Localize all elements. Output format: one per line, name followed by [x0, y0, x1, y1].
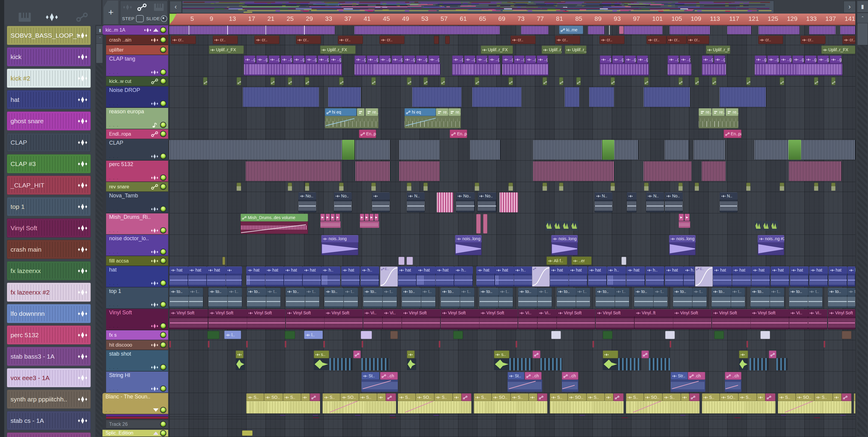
pattern-clip[interactable]	[840, 26, 855, 34]
mini-clip[interactable]	[559, 183, 563, 191]
track-lane[interactable]: nois..longnois..longnois..longnois..long…	[169, 235, 855, 256]
track-lane[interactable]: s..s..	[169, 350, 855, 372]
audio-clip[interactable]: ..g	[767, 56, 779, 63]
audio-clip[interactable]	[301, 393, 310, 401]
track-lane[interactable]: hathathathathathathath..hath..E..hathath…	[169, 266, 855, 287]
audio-clip[interactable]: hat	[416, 267, 435, 287]
track-mute-led[interactable]	[160, 37, 166, 43]
audio-clip[interactable]: ..g	[780, 56, 791, 63]
audio-clip[interactable]: SO..	[340, 393, 359, 401]
pattern-clip-highlight[interactable]	[788, 140, 801, 160]
clip-source-item[interactable]: crash main	[7, 240, 91, 259]
audio-clip[interactable]: S..	[738, 393, 757, 401]
audio-clip[interactable]: ..g	[600, 56, 611, 63]
mini-clip[interactable]	[678, 183, 683, 191]
mini-clip[interactable]	[407, 77, 411, 85]
automation-clip[interactable]	[386, 393, 396, 401]
pattern-clip[interactable]	[755, 140, 788, 160]
pattern-mode-icon[interactable]	[154, 3, 164, 11]
mini-clip[interactable]	[453, 331, 463, 339]
mini-waveform-clip[interactable]	[554, 221, 561, 230]
audio-clip[interactable]: ..g	[680, 56, 690, 63]
audio-clip[interactable]: Vinyl Soft	[169, 309, 208, 330]
mini-clip[interactable]	[390, 417, 396, 418]
track-lane[interactable]: Vinyl SoftVinyl SoftVinyl SoftVinyl Soft…	[169, 309, 855, 330]
mini-clip[interactable]	[644, 183, 648, 191]
pattern-clip[interactable]	[727, 26, 751, 34]
mini-clip[interactable]	[611, 77, 615, 85]
track-header-uplifter[interactable]: uplifter	[106, 45, 168, 55]
track-header-hat[interactable]: hat. . .	[106, 266, 168, 287]
track-lane[interactable]: ..g..g..g..g..g..g..g..g..g..g..g..g..g.…	[169, 55, 855, 76]
mini-clip[interactable]	[433, 415, 439, 415]
automation-clip[interactable]: ki..me	[559, 26, 583, 34]
audio-clip[interactable]: hat	[398, 267, 416, 287]
audio-clip[interactable]: cr..	[842, 36, 855, 44]
pattern-clip[interactable]	[399, 161, 440, 181]
audio-clip[interactable]: S..	[510, 393, 529, 401]
clip-source-item[interactable]: lfo downnnn	[7, 304, 91, 323]
audio-clip[interactable]: hat	[303, 267, 321, 287]
audio-clip[interactable]: t..	[808, 288, 823, 308]
audio-clip[interactable]: nois..long	[455, 235, 482, 255]
mini-clip[interactable]	[323, 341, 325, 347]
mini-clip[interactable]	[371, 77, 375, 85]
audio-clip[interactable]: t..	[770, 288, 784, 308]
audio-clip[interactable]: hat	[588, 267, 607, 287]
audio-clip[interactable]: S..	[778, 393, 796, 401]
audio-clip[interactable]: ..g	[714, 56, 725, 63]
audio-clip[interactable]: SO..	[644, 393, 662, 401]
track-header-rev snare[interactable]: rev snare	[106, 182, 168, 192]
mini-clip[interactable]	[746, 183, 750, 191]
pattern-clip[interactable]	[472, 87, 521, 107]
audio-clip[interactable]	[372, 192, 390, 213]
mini-clip[interactable]	[621, 417, 628, 418]
audio-clip[interactable]: cr..	[758, 36, 783, 44]
audio-clip[interactable]: No..	[299, 192, 316, 213]
audio-clip[interactable]: to..	[479, 288, 498, 308]
track-mute-led[interactable]	[160, 47, 166, 53]
pattern-clip[interactable]	[644, 87, 690, 107]
audio-clip[interactable]: Vi..	[363, 309, 382, 330]
audio-clip[interactable]: to..	[712, 288, 731, 308]
track-header-kick..w cut[interactable]: kick..w cut	[106, 76, 168, 86]
mini-clip[interactable]	[208, 341, 210, 347]
mini-clip[interactable]	[242, 430, 253, 436]
audio-clip[interactable]: s..	[494, 350, 509, 358]
audio-clip[interactable]: S..	[359, 393, 377, 401]
mini-clip[interactable]	[508, 183, 513, 191]
track-mute-led[interactable]	[160, 421, 166, 427]
clip-source-item[interactable]: CLAP #3	[7, 154, 91, 173]
mini-clip[interactable]	[780, 183, 784, 191]
audio-clip[interactable]: cr..	[667, 36, 686, 44]
pattern-clip[interactable]	[614, 140, 638, 160]
stab-pattern-clip[interactable]	[649, 358, 671, 370]
audio-clip[interactable]: S..	[814, 393, 833, 401]
audio-clip[interactable]: N..	[407, 192, 425, 213]
track-header-stab shot[interactable]: stab shot. . .	[106, 350, 168, 371]
mini-clip[interactable]	[831, 183, 835, 191]
mini-clip[interactable]	[611, 183, 615, 191]
vscrollbar-thumb[interactable]	[857, 23, 868, 45]
audio-clip[interactable]: hat	[246, 267, 265, 287]
mini-clip[interactable]	[559, 77, 563, 85]
mini-clip[interactable]	[339, 183, 343, 191]
audio-clip[interactable]: cr..	[510, 36, 535, 44]
audio-clip[interactable]: ..g	[612, 56, 624, 63]
audio-clip[interactable]: ..g	[256, 56, 268, 63]
audio-clip[interactable]: to..	[247, 288, 266, 308]
mini-clip[interactable]	[313, 415, 318, 415]
mini-clip[interactable]	[371, 183, 375, 191]
mini-clip[interactable]	[424, 183, 428, 191]
track-lane[interactable]	[169, 161, 855, 182]
track-lane[interactable]	[169, 340, 855, 350]
track-lane[interactable]: cr..cr..cr..cr..cr..cr..cr..cr..cr..cr..…	[169, 35, 855, 45]
audio-clip[interactable]: ..g	[476, 56, 487, 63]
audio-clip[interactable]: ..g	[805, 56, 816, 63]
mini-clip[interactable]	[339, 77, 343, 85]
pattern-clip[interactable]	[437, 192, 453, 213]
clip-source-item[interactable]: CLAP	[7, 133, 91, 152]
mini-clip[interactable]: ▶	[370, 214, 374, 221]
audio-clip[interactable]: Uplif..r_FX	[821, 45, 855, 54]
track-header-perc 5132[interactable]: perc 5132. . .	[106, 161, 168, 182]
